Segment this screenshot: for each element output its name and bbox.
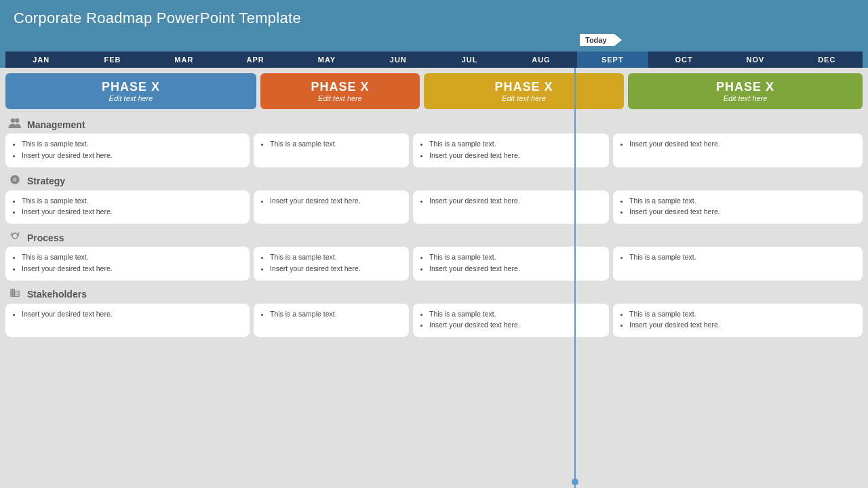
- main-container: Corporate Roadmap PowerPoint Template To…: [0, 0, 868, 488]
- section-strategy-title: Strategy: [27, 176, 65, 186]
- month-sept: SEPT: [577, 52, 648, 68]
- phase-2-banner: PHASE X Edit text here: [260, 73, 420, 109]
- section-management-header: Management: [5, 115, 863, 134]
- phase-3-banner: PHASE X Edit text here: [424, 73, 624, 109]
- section-process: Process This is a sample text.Insert you…: [0, 226, 868, 283]
- phase-1-title: PHASE X: [102, 80, 160, 94]
- month-mar: MAR: [149, 52, 220, 68]
- process-card-1: This is a sample text.Insert your desire…: [5, 247, 250, 281]
- title-bar: Corporate Roadmap PowerPoint Template: [0, 0, 868, 33]
- month-header: JAN FEB MAR APR MAY JUN JUL AUG SEPT OCT…: [5, 52, 863, 68]
- strategy-card-2: Insert your desired text here.: [254, 190, 409, 224]
- management-cards: This is a sample text.Insert your desire…: [5, 134, 863, 167]
- process-card-2: This is a sample text.Insert your desire…: [254, 247, 409, 281]
- strategy-card-1: This is a sample text.Insert your desire…: [5, 190, 250, 224]
- phase-3-title: PHASE X: [494, 80, 553, 94]
- month-feb: FEB: [77, 52, 148, 68]
- management-card-3: This is a sample text.Insert your desire…: [413, 134, 609, 167]
- stakeholders-cards: Insert your desired text here. This is a…: [5, 304, 863, 338]
- section-stakeholders-title: Stakeholders: [27, 289, 87, 300]
- month-oct: OCT: [648, 52, 719, 68]
- month-nov: NOV: [719, 52, 791, 68]
- stakeholders-card-3: This is a sample text.Insert your desire…: [413, 304, 609, 338]
- month-dec: DEC: [791, 52, 863, 68]
- page-title: Corporate Roadmap PowerPoint Template: [14, 9, 301, 26]
- today-vertical-line: [574, 68, 576, 488]
- phase-2-subtitle: Edit text here: [318, 94, 362, 102]
- process-card-3: This is a sample text.Insert your desire…: [413, 247, 609, 281]
- section-stakeholders: Stakeholders Insert your desired text he…: [0, 283, 868, 340]
- management-card-2: This is a sample text.: [254, 134, 409, 167]
- strategy-card-3: Insert your desired text here.: [413, 190, 609, 224]
- strategy-card-4: This is a sample text.Insert your desire…: [613, 190, 863, 224]
- phase-1-subtitle: Edit text here: [109, 94, 153, 102]
- management-card-4: Insert your desired text here.: [613, 134, 863, 167]
- month-may: MAY: [291, 52, 362, 68]
- section-management-title: Management: [27, 119, 85, 130]
- phase-4-banner: PHASE X Edit text here: [628, 73, 863, 109]
- month-jul: JUL: [434, 52, 505, 68]
- phase-2-title: PHASE X: [311, 80, 369, 94]
- process-cards: This is a sample text.Insert your desire…: [5, 247, 863, 281]
- strategy-icon: [8, 174, 22, 188]
- phase-4-subtitle: Edit text here: [724, 94, 768, 102]
- section-process-header: Process: [5, 228, 863, 247]
- phase-1-banner: PHASE X Edit text here: [5, 73, 256, 109]
- today-circle: [572, 479, 578, 485]
- section-management: Management This is a sample text.Insert …: [0, 113, 868, 170]
- stakeholders-card-4: This is a sample text.Insert your desire…: [613, 304, 863, 338]
- today-label: Today: [580, 34, 622, 46]
- process-icon: [8, 230, 22, 245]
- section-strategy: Strategy This is a sample text.Insert yo…: [0, 170, 868, 227]
- section-process-title: Process: [27, 232, 64, 243]
- section-stakeholders-header: Stakeholders: [5, 285, 863, 304]
- strategy-cards: This is a sample text.Insert your desire…: [5, 190, 863, 224]
- phase-3-subtitle: Edit text here: [502, 94, 546, 102]
- month-aug: AUG: [505, 52, 576, 68]
- month-apr: APR: [220, 52, 291, 68]
- month-jun: JUN: [363, 52, 434, 68]
- svg-point-1: [15, 119, 19, 123]
- month-jan: JAN: [5, 52, 77, 68]
- management-icon: [8, 117, 22, 131]
- section-strategy-header: Strategy: [5, 171, 863, 190]
- content-area: PHASE X Edit text here PHASE X Edit text…: [0, 68, 868, 488]
- phase-4-title: PHASE X: [716, 80, 774, 94]
- management-card-1: This is a sample text.Insert your desire…: [5, 134, 250, 167]
- phase-row: PHASE X Edit text here PHASE X Edit text…: [0, 68, 868, 113]
- stakeholders-card-1: Insert your desired text here.: [5, 304, 250, 338]
- svg-point-0: [11, 119, 15, 123]
- stakeholders-icon: [8, 287, 22, 302]
- stakeholders-card-2: This is a sample text.: [254, 304, 409, 338]
- process-card-4: This is a sample text.: [613, 247, 863, 281]
